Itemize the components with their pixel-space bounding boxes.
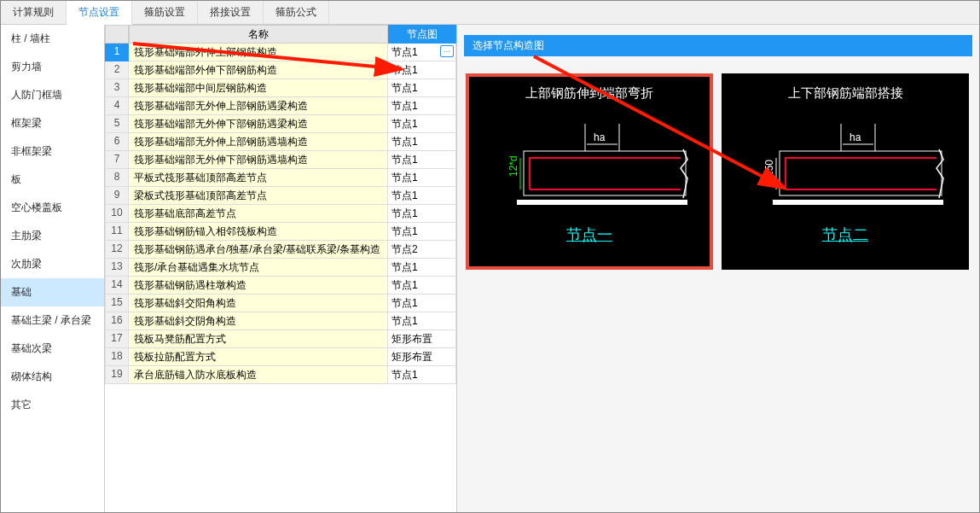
row-number: 3 [105, 79, 129, 97]
table-row[interactable]: 5筏形基础端部无外伸下部钢筋遇梁构造节点1 [105, 115, 456, 133]
row-name: 筏形基础底部高差节点 [129, 205, 388, 223]
table-row[interactable]: 12筏形基础钢筋遇承台/独基/承台梁/基础联系梁/条基构造节点2 [105, 241, 456, 259]
row-diagram-value[interactable]: 节点1 [388, 259, 456, 277]
detail-title: 选择节点构造图 [464, 35, 972, 56]
svg-text:150: 150 [763, 160, 775, 177]
row-diagram-value[interactable]: 矩形布置 [388, 348, 456, 366]
table-row[interactable]: 3筏形基础端部中间层钢筋构造节点1 [105, 79, 456, 97]
row-diagram-value[interactable]: 节点1 [388, 115, 456, 133]
row-number: 9 [105, 187, 129, 205]
diagram-title: 上部钢筋伸到端部弯折 [466, 73, 713, 117]
tab-stirrup-formula[interactable]: 箍筋公式 [264, 1, 329, 24]
row-diagram-value[interactable]: 节点1 [388, 205, 456, 223]
category-sidebar: 柱 / 墙柱剪力墙人防门框墙框架梁非框架梁板空心楼盖板主肋梁次肋梁基础基础主梁 … [1, 25, 105, 512]
row-diagram-value[interactable]: 节点2 [388, 241, 456, 259]
table-row[interactable]: 8平板式筏形基础顶部高差节点节点1 [105, 169, 456, 187]
row-number: 16 [105, 312, 129, 330]
row-name: 筏形基础端部无外伸上部钢筋遇墙构造 [129, 133, 388, 151]
row-diagram-value[interactable]: 节点1 [388, 277, 456, 294]
sidebar-item-9[interactable]: 基础 [1, 278, 104, 306]
sidebar-item-3[interactable]: 框架梁 [1, 109, 104, 137]
tab-calc-rules[interactable]: 计算规则 [1, 1, 67, 24]
diagram-svg: ha150 [739, 117, 952, 219]
row-name: 筏形基础钢筋遇承台/独基/承台梁/基础联系梁/条基构造 [129, 241, 388, 259]
table-row[interactable]: 6筏形基础端部无外伸上部钢筋遇墙构造节点1 [105, 133, 456, 151]
sidebar-item-4[interactable]: 非框架梁 [1, 137, 104, 166]
row-diagram-value[interactable]: 节点1 [388, 294, 456, 312]
row-number: 17 [105, 330, 129, 348]
row-name: 筏形/承台基础遇集水坑节点 [129, 259, 388, 277]
table-row[interactable]: 15筏形基础斜交阳角构造节点1 [105, 294, 456, 312]
detail-panel: 选择节点构造图 上部钢筋伸到端部弯折ha12*d节点一上下部钢筋端部搭接ha15… [457, 25, 979, 512]
row-diagram-value[interactable]: 节点1 [388, 151, 456, 169]
row-diagram-value[interactable]: 节点1 [388, 61, 456, 79]
row-number: 5 [105, 115, 129, 133]
table-row[interactable]: 13筏形/承台基础遇集水坑节点节点1 [105, 259, 456, 277]
row-number: 8 [105, 169, 129, 187]
row-diagram-value[interactable]: 节点1 [388, 366, 456, 384]
row-name: 筏形基础斜交阳角构造 [129, 294, 388, 312]
diagram-title: 上下部钢筋端部搭接 [722, 73, 969, 117]
diagram-card-0[interactable]: 上部钢筋伸到端部弯折ha12*d节点一 [466, 73, 713, 270]
tab-stirrup-settings[interactable]: 箍筋设置 [132, 1, 198, 24]
table-row[interactable]: 18筏板拉筋配置方式矩形布置 [105, 348, 456, 366]
row-diagram-value[interactable]: 节点1 [388, 187, 456, 205]
col-name: 名称 [129, 25, 388, 44]
sidebar-item-5[interactable]: 板 [1, 166, 104, 194]
sidebar-item-7[interactable]: 主肋梁 [1, 222, 104, 250]
row-number: 6 [105, 133, 129, 151]
tab-node-settings[interactable]: 节点设置 [67, 1, 132, 25]
diagram-link[interactable]: 节点一 [466, 224, 713, 245]
row-number: 1 [105, 44, 129, 61]
table-row[interactable]: 14筏形基础钢筋遇柱墩构造节点1 [105, 277, 456, 294]
table-row[interactable]: 17筏板马凳筋配置方式矩形布置 [105, 330, 456, 348]
diagram-card-1[interactable]: 上下部钢筋端部搭接ha150节点二 [722, 73, 969, 270]
sidebar-item-8[interactable]: 次肋梁 [1, 250, 104, 278]
row-name: 筏形基础端部中间层钢筋构造 [129, 79, 388, 97]
sidebar-item-0[interactable]: 柱 / 墙柱 [1, 25, 104, 53]
row-name: 筏板拉筋配置方式 [129, 348, 388, 366]
table-row[interactable]: 19承台底筋锚入防水底板构造节点1 [105, 366, 456, 384]
row-diagram-value[interactable]: 节点1 [388, 79, 456, 97]
row-name: 筏形基础端部无外伸上部钢筋遇梁构造 [129, 97, 388, 115]
col-diagram[interactable]: 节点图 [388, 25, 456, 44]
sidebar-item-12[interactable]: 砌体结构 [1, 363, 104, 391]
sidebar-item-2[interactable]: 人防门框墙 [1, 81, 104, 109]
sidebar-item-13[interactable]: 其它 [1, 391, 104, 419]
row-diagram-value[interactable]: 节点1 [388, 97, 456, 115]
row-name: 筏形基础端部外伸下部钢筋构造 [129, 61, 388, 79]
col-rownum [105, 25, 129, 44]
row-diagram-value[interactable]: 矩形布置 [388, 330, 456, 348]
table-row[interactable]: 4筏形基础端部无外伸上部钢筋遇梁构造节点1 [105, 97, 456, 115]
row-number: 12 [105, 241, 129, 259]
sidebar-item-10[interactable]: 基础主梁 / 承台梁 [1, 306, 104, 335]
row-diagram-value[interactable]: 节点1 [388, 169, 456, 187]
table-row[interactable]: 10筏形基础底部高差节点节点1 [105, 205, 456, 223]
table-row[interactable]: 7筏形基础端部无外伸下部钢筋遇墙构造节点1 [105, 151, 456, 169]
table-row[interactable]: 2筏形基础端部外伸下部钢筋构造节点1 [105, 61, 456, 79]
row-name: 筏形基础斜交阴角构造 [129, 312, 388, 330]
sidebar-item-6[interactable]: 空心楼盖板 [1, 194, 104, 222]
row-diagram-value[interactable]: 节点1 [388, 312, 456, 330]
sidebar-item-1[interactable]: 剪力墙 [1, 53, 104, 81]
sidebar-item-11[interactable]: 基础次梁 [1, 335, 104, 363]
svg-text:12*d: 12*d [507, 155, 519, 177]
row-diagram-value[interactable]: 节点1 [388, 133, 456, 151]
table-row[interactable]: 11筏形基础钢筋锚入相邻筏板构造节点1 [105, 223, 456, 241]
diagram-picker-button[interactable]: ··· [440, 45, 454, 57]
row-diagram-value[interactable]: 节点1··· [388, 44, 456, 61]
row-name: 筏形基础端部无外伸下部钢筋遇梁构造 [129, 115, 388, 133]
row-name: 梁板式筏形基础顶部高差节点 [129, 187, 388, 205]
row-number: 15 [105, 294, 129, 312]
row-name: 筏形基础端部无外伸下部钢筋遇墙构造 [129, 151, 388, 169]
diagram-link[interactable]: 节点二 [722, 224, 969, 245]
row-number: 4 [105, 97, 129, 115]
table-row[interactable]: 16筏形基础斜交阴角构造节点1 [105, 312, 456, 330]
row-diagram-value[interactable]: 节点1 [388, 223, 456, 241]
table-row[interactable]: 9梁板式筏形基础顶部高差节点节点1 [105, 187, 456, 205]
tab-lap-settings[interactable]: 搭接设置 [198, 1, 264, 24]
row-number: 18 [105, 348, 129, 366]
table-row[interactable]: 1筏形基础端部外伸上部钢筋构造节点1··· [105, 44, 456, 61]
node-table: 名称 节点图 1筏形基础端部外伸上部钢筋构造节点1···2筏形基础端部外伸下部钢… [105, 25, 457, 512]
row-name: 筏板马凳筋配置方式 [129, 330, 388, 348]
